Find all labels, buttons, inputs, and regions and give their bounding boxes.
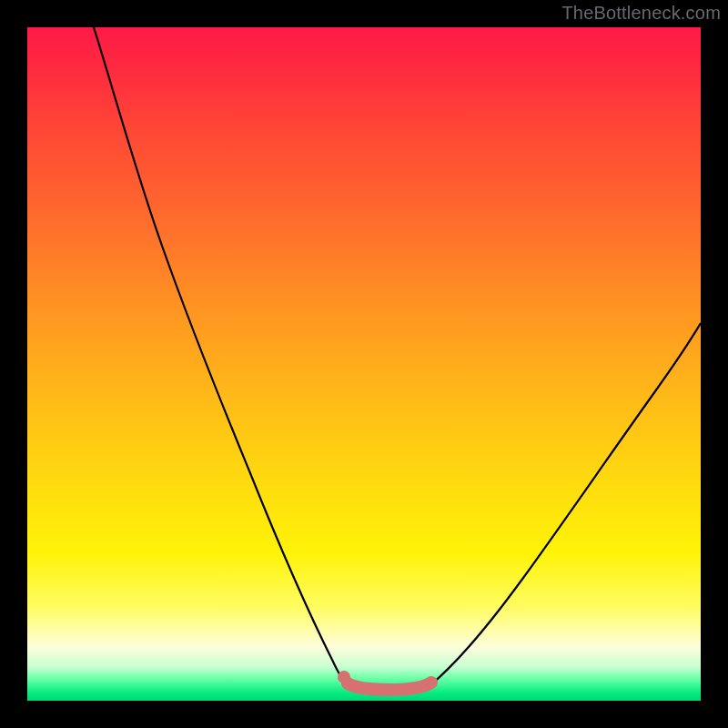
right-curve <box>431 323 701 684</box>
left-curve <box>94 27 348 684</box>
plot-area <box>27 27 701 701</box>
chart-svg <box>27 27 701 701</box>
optimal-range-band <box>348 682 431 690</box>
chart-frame: TheBottleneck.com <box>0 0 728 728</box>
left-end-dot <box>338 671 350 683</box>
watermark-text: TheBottleneck.com <box>561 3 721 24</box>
